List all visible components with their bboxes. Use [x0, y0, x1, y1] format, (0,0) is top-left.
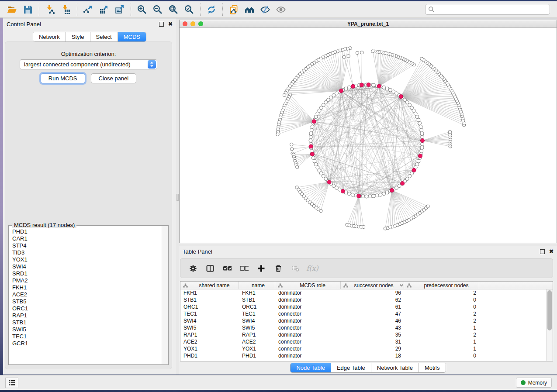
table-body: FKH1FKH1dominator962STB1STB1dominator620…: [180, 289, 546, 361]
cell-successor-nodes: 62: [341, 297, 404, 303]
network-window-title: YPA_prune.txt_1: [180, 21, 557, 27]
task-history-button[interactable]: [5, 378, 18, 388]
tab-style[interactable]: Style: [66, 32, 90, 41]
memory-button[interactable]: Memory: [516, 378, 552, 388]
column-header-name[interactable]: name: [239, 282, 275, 289]
mcds-result-item[interactable]: PMA2: [9, 277, 162, 284]
mcds-result-item[interactable]: SRD1: [9, 270, 162, 277]
mcds-result-item[interactable]: ACE2: [9, 291, 162, 298]
network-leaf-nodes[interactable]: [276, 47, 466, 230]
optimization-criterion-select[interactable]: largest connected component (undirected): [20, 59, 157, 69]
table-row[interactable]: SWI5SWI5connector431: [180, 324, 546, 331]
import-network-button[interactable]: [42, 3, 58, 16]
show-eye-button[interactable]: [273, 3, 289, 16]
table-row[interactable]: ORC1ORC1dominator610: [180, 303, 546, 310]
clone-network-button[interactable]: [226, 3, 242, 16]
table-row[interactable]: SWI4SWI4dominator462: [180, 317, 546, 324]
vertical-splitter[interactable]: [176, 18, 179, 375]
table-settings-button[interactable]: [187, 262, 200, 275]
cell-name: SWI4: [239, 318, 275, 324]
tab-node-table[interactable]: Node Table: [291, 363, 331, 372]
float-panel-icon[interactable]: [159, 22, 164, 27]
add-column-button[interactable]: [255, 262, 268, 275]
table-row[interactable]: STB1STB1dominator620: [180, 296, 546, 303]
mcds-result-item[interactable]: CAR1: [9, 235, 162, 242]
first-neighbors-button[interactable]: [242, 3, 257, 16]
zoom-out-button[interactable]: [150, 3, 166, 16]
toolbar-separator: [222, 3, 223, 16]
close-table-panel-icon[interactable]: ✖: [549, 249, 554, 254]
mcds-result-item[interactable]: TID3: [9, 249, 162, 256]
splitter-handle[interactable]: [176, 194, 179, 201]
close-panel-icon[interactable]: ✖: [168, 22, 173, 27]
network-canvas[interactable]: [180, 28, 557, 243]
mcds-result-item[interactable]: STB5: [9, 298, 162, 305]
cell-name: FKH1: [239, 290, 275, 296]
mcds-result-item[interactable]: SWI4: [9, 263, 162, 270]
split-panel-button[interactable]: [204, 262, 217, 275]
zoom-in-icon: [137, 4, 147, 15]
table-row[interactable]: RAP1RAP1dominator352: [180, 331, 546, 338]
table-scrollbar[interactable]: [546, 289, 553, 361]
scrollbar-thumb[interactable]: [547, 290, 552, 330]
export-image-button[interactable]: [112, 3, 128, 16]
column-header-shared-name[interactable]: shared name: [180, 282, 239, 289]
cell-predecessor-nodes: 0: [404, 304, 479, 310]
mcds-result-item[interactable]: GCR1: [9, 340, 162, 347]
zoom-fit-button[interactable]: [166, 3, 181, 16]
graphics-details-button[interactable]: [257, 3, 273, 16]
column-header-successor-nodes[interactable]: successor nodes: [341, 282, 404, 289]
float-table-panel-icon[interactable]: [540, 249, 545, 254]
column-header-predecessor-nodes[interactable]: predecessor nodes: [404, 282, 479, 289]
table-row[interactable]: PHD1PHD1dominator180: [180, 352, 546, 359]
zoom-selected-button[interactable]: [181, 3, 197, 16]
search-input[interactable]: [435, 7, 547, 13]
search-box[interactable]: [425, 4, 550, 15]
table-row[interactable]: FKH1FKH1dominator962: [180, 289, 546, 296]
mcds-result-item[interactable]: YOX1: [9, 256, 162, 263]
tab-select[interactable]: Select: [90, 32, 118, 41]
function-builder-button: f(x): [306, 262, 319, 275]
cell-name: YOX1: [239, 346, 275, 352]
import-table-button[interactable]: [58, 3, 74, 16]
mcds-result-item[interactable]: PHD1: [9, 228, 162, 235]
list-icon: [8, 380, 15, 386]
mcds-result-list: PHD1CAR1STP4TID3YOX1SWI4SRD1PMA2FKH1ACE2…: [9, 228, 162, 364]
table-row[interactable]: YOX1YOX1connector291: [180, 345, 546, 352]
mcds-result-item[interactable]: STP4: [9, 242, 162, 249]
control-panel-title: Control Panel: [7, 21, 41, 28]
close-panel-button[interactable]: Close panel: [91, 73, 137, 83]
mcds-list-scrollbar[interactable]: [162, 226, 168, 364]
cell-MCDS-role: connector: [275, 325, 341, 331]
mcds-result-item[interactable]: FKH1: [9, 284, 162, 291]
mcds-result-item[interactable]: SWI5: [9, 326, 162, 333]
column-header-MCDS-role[interactable]: MCDS role: [275, 282, 341, 289]
selected-option: largest connected component (undirected): [20, 61, 148, 68]
tab-mcds[interactable]: MCDS: [118, 32, 146, 41]
mcds-result-item[interactable]: STB1: [9, 319, 162, 326]
zoom-in-button[interactable]: [134, 3, 150, 16]
refresh-view-button[interactable]: [204, 3, 219, 16]
table-row[interactable]: TEC1TEC1connector472: [180, 310, 546, 317]
select-all-button[interactable]: [221, 262, 234, 275]
delete-column-button[interactable]: [272, 262, 285, 275]
cell-MCDS-role: connector: [275, 346, 341, 352]
export-table-button[interactable]: [96, 3, 112, 16]
tab-motifs[interactable]: Motifs: [419, 363, 446, 372]
select-stepper-icon: [148, 60, 156, 69]
cell-name: ORC1: [239, 304, 275, 310]
export-network-button[interactable]: [80, 3, 96, 16]
deselect-all-button[interactable]: [238, 262, 251, 275]
save-session-button[interactable]: [20, 3, 36, 16]
table-row[interactable]: ACE2ACE2connector311: [180, 338, 546, 345]
table-toolbar: f(x): [180, 258, 553, 278]
mcds-result-item[interactable]: TEC1: [9, 333, 162, 340]
cell-predecessor-nodes: 1: [404, 346, 479, 352]
tab-network[interactable]: Network: [33, 32, 66, 41]
tab-edge-table[interactable]: Edge Table: [331, 363, 371, 372]
mcds-result-item[interactable]: ORC1: [9, 305, 162, 312]
open-file-button[interactable]: [4, 3, 20, 16]
tab-network-table[interactable]: Network Table: [371, 363, 419, 372]
mcds-result-item[interactable]: RAP1: [9, 312, 162, 319]
run-mcds-button[interactable]: Run MCDS: [41, 73, 85, 83]
